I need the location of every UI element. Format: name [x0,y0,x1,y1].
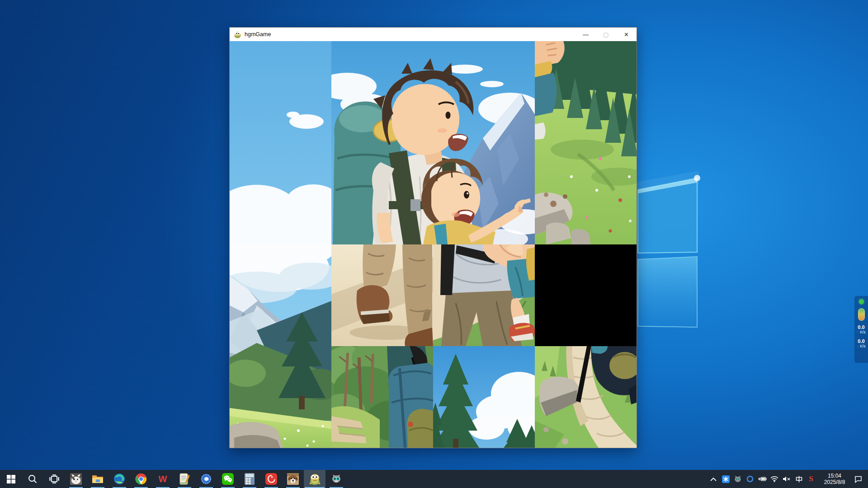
tray-battery-icon[interactable] [758,474,767,483]
window-title: hgmGame [245,31,271,38]
puzzle-tile-r3-c1-forest-hiker-backpack[interactable] [331,346,433,448]
puzzle-tile-r3-c2-sky-pine-trees[interactable] [433,346,535,448]
tray-netdisk-icon[interactable] [721,474,730,483]
tray-cat-icon[interactable] [733,474,742,483]
upload-arrow-icon: ↑ [857,330,859,334]
system-tray: S 15:04 2025/8/8 [709,470,868,488]
tray-date: 2025/8/8 [821,479,849,485]
tray-clock[interactable]: 15:04 2025/8/8 [821,473,849,485]
windows-start-icon [7,475,15,483]
tray-chevron-up[interactable] [709,474,718,483]
close-button[interactable]: ✕ [616,28,637,41]
taskbar-item-file-explorer[interactable] [87,470,108,488]
taskbar-item-start[interactable] [0,470,22,488]
edge-icon [113,473,125,485]
taskbar: W [0,470,868,488]
svg-text:W: W [159,474,167,484]
desktop: 0.0 ↑ K/s 0.0 ↓ K/s hgmGame — ▢ ✕ [0,0,868,488]
taskbar-item-chrome[interactable] [130,470,152,488]
search-icon [28,474,38,484]
task-view-icon [49,474,59,483]
file-explorer-icon [92,474,104,484]
puzzle-tile-r2-c0-forest-valley-left[interactable] [230,244,331,346]
window-titlebar[interactable]: hgmGame — ▢ ✕ [230,28,637,41]
tray-wifi-icon[interactable] [770,474,779,483]
tray-ime-indicator[interactable] [794,474,803,483]
cat-photo-icon [70,473,82,485]
tray-sogou-icon[interactable]: S [807,474,816,483]
wps-office-icon: W [157,473,169,485]
taskbar-item-edge[interactable] [108,470,130,488]
taskbar-item-dog-photo-app[interactable] [282,470,304,488]
minimize-button[interactable]: — [576,28,596,41]
taskbar-item-search[interactable] [22,470,43,488]
wechat-icon [222,473,234,485]
turtle-app-icon [234,31,241,38]
puzzle-tile-r0-c1-father-head-sky[interactable] [331,41,433,143]
windows-logo-wallpaper [636,171,701,329]
tray-time: 15:04 [821,473,849,479]
blue-ring-icon [200,473,212,485]
hgm-game-window: hgmGame — ▢ ✕ [229,27,637,448]
download-speed: 0.0 ↓ K/s [857,339,866,349]
network-speed-widget[interactable]: 0.0 ↑ K/s 0.0 ↓ K/s [854,296,868,363]
puzzle-tile-r1-c1-father-torso-backpack[interactable] [331,143,433,244]
dog-photo-icon [287,473,299,485]
taskbar-item-wechat[interactable] [217,470,239,488]
puzzle-tile-r2-c3-empty-black [535,244,637,346]
tray-blue-ring-icon[interactable] [745,474,755,483]
cat-goggles-icon [330,473,342,485]
puzzle-tile-r1-c2-son-pointing[interactable] [433,143,535,244]
taskbar-item-netease-music[interactable] [260,470,282,488]
download-arrow-icon: ↓ [857,344,859,348]
taskbar-item-python-turtle-game[interactable] [304,470,326,488]
puzzle-tile-r0-c0-sky-clouds-left[interactable] [230,41,331,143]
taskbar-item-task-view[interactable] [43,470,65,488]
puzzle-tile-r2-c1-legs-on-trail[interactable] [331,244,433,346]
widget-capsule-icon [858,308,865,321]
taskbar-item-notes[interactable] [174,470,195,488]
notes-icon [179,473,190,485]
maximize-button[interactable]: ▢ [596,28,616,41]
puzzle-tile-r1-c3-hillside-rocky-path[interactable] [535,143,637,244]
taskbar-item-calculator[interactable] [239,470,260,488]
puzzle-tile-r1-c0-snowy-mountain-left[interactable] [230,143,331,244]
puzzle-tile-r0-c3-hillside-forest-hand[interactable] [535,41,637,143]
puzzle-tile-r0-c2-mountain-peak-sky[interactable] [433,41,535,143]
status-dot-icon [859,299,864,304]
taskbar-item-cat-photo-app[interactable] [65,470,87,488]
turtle-game-icon [309,473,321,485]
tray-volume-muted-icon[interactable] [782,474,791,483]
action-center-button[interactable] [854,474,863,483]
puzzle-board [230,41,637,448]
netease-music-icon [265,473,277,485]
calculator-icon [245,473,255,485]
chrome-icon [135,473,147,485]
puzzle-tile-r2-c2-carrying-child[interactable] [433,244,535,346]
upload-speed: 0.0 ↑ K/s [857,325,866,335]
taskbar-item-cat-goggles-app[interactable] [326,470,347,488]
taskbar-item-blue-ring-app[interactable] [195,470,217,488]
taskbar-item-wps-office[interactable]: W [152,470,174,488]
puzzle-tile-r3-c0-meadow-flowers-left[interactable] [230,346,331,448]
puzzle-tile-r3-c3-stone-path-backpack[interactable] [535,346,637,448]
